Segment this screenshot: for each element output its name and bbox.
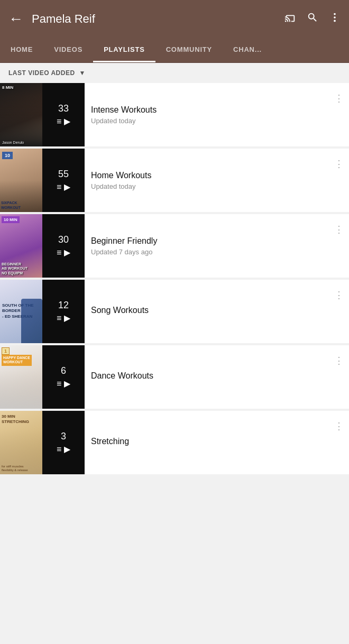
tab-videos[interactable]: VIDEOS — [43, 38, 93, 62]
page-title: Pamela Reif — [32, 12, 284, 26]
playlist-title: Song Workouts — [91, 306, 325, 315]
playlist-more-button[interactable]: ⋮ — [329, 283, 349, 307]
playlist-updated: Updated today — [91, 117, 325, 125]
more-icon[interactable] — [329, 12, 341, 26]
playlist-count: 33 — [58, 103, 69, 114]
playlist-count: 55 — [58, 169, 69, 180]
playlist-count: 6 — [61, 365, 66, 376]
playlist-title: Stretching — [91, 437, 325, 446]
playlist-count: 3 — [61, 431, 66, 442]
playlist-more-button[interactable]: ⋮ — [329, 152, 349, 176]
nav-tabs: HOME VIDEOS PLAYLISTS COMMUNITY CHAN... — [0, 38, 349, 63]
search-icon[interactable] — [307, 12, 318, 26]
playlist-play-icon: ≡ ▶ — [57, 444, 70, 454]
thumb-overlay-5: 6 ≡ ▶ — [42, 345, 85, 409]
playlist-play-icon: ≡ ▶ — [57, 247, 70, 257]
playlist-title: Beginner Friendly — [91, 236, 325, 246]
playlist-play-icon: ≡ ▶ — [57, 313, 70, 323]
playlist-thumbnail: 30 MINSTRETCHING for stiff musclesflexib… — [0, 411, 85, 474]
playlist-updated: Updated 7 days ago — [91, 248, 325, 256]
playlist-play-icon: ≡ ▶ — [57, 182, 70, 192]
thumb-overlay-1: 33 ≡ ▶ — [42, 83, 85, 146]
thumb-left-2: 10 SIXPACKWORKOUT — [0, 149, 42, 212]
playlist-thumbnail: 8 MIN Jason Derulo 33 ≡ ▶ — [0, 83, 85, 146]
playlist-thumbnail: SOUTH OF THEBORDER- ED SHEERAN 12 ≡ ▶ — [0, 280, 85, 343]
back-button[interactable]: ← — [8, 11, 23, 27]
playlist-thumbnail: 10 SIXPACKWORKOUT 55 ≡ ▶ — [0, 149, 85, 212]
svg-point-0 — [334, 13, 336, 15]
playlist-title: Intense Workouts — [91, 105, 325, 115]
sort-label: LAST VIDEO ADDED — [8, 69, 75, 77]
thumb-left-6: 30 MINSTRETCHING for stiff musclesflexib… — [0, 411, 42, 474]
playlist-play-icon: ≡ ▶ — [57, 116, 70, 126]
thumb-left-4: SOUTH OF THEBORDER- ED SHEERAN — [0, 280, 42, 343]
playlist-updated: Updated today — [91, 182, 325, 190]
svg-point-2 — [334, 20, 336, 22]
tab-home[interactable]: HOME — [0, 38, 43, 62]
playlist-more-button[interactable]: ⋮ — [329, 414, 349, 438]
playlist-info: Stretching — [85, 430, 329, 455]
thumb-left-1: 8 MIN Jason Derulo — [0, 83, 42, 146]
playlist-info: Beginner Friendly Updated 7 days ago — [85, 230, 329, 262]
thumb-overlay-3: 30 ≡ ▶ — [42, 214, 85, 278]
thumb-left-3: 10 MIN BEGINNERAB WORKOUTNO EQUIPM — [0, 214, 42, 278]
playlist-info: Dance Workouts — [85, 365, 329, 389]
playlist-info: Intense Workouts Updated today — [85, 99, 329, 131]
header-actions — [284, 12, 341, 26]
playlist-count: 30 — [58, 234, 69, 245]
tab-channel[interactable]: CHAN... — [223, 38, 272, 62]
playlist-info: Song Workouts — [85, 299, 329, 324]
list-item[interactable]: 10 MIN BEGINNERAB WORKOUTNO EQUIPM 30 ≡ … — [0, 214, 349, 278]
playlist-info: Home Workouts Updated today — [85, 164, 329, 197]
playlist-count: 12 — [58, 300, 69, 311]
thumb-overlay-4: 12 ≡ ▶ — [42, 280, 85, 343]
playlist-thumbnail: 1 HAPPY DANCEWORKOUT 6 ≡ ▶ — [0, 345, 85, 409]
header: ← Pamela Reif — [0, 0, 349, 38]
playlist-more-button[interactable]: ⋮ — [329, 86, 349, 111]
playlist-thumbnail: 10 MIN BEGINNERAB WORKOUTNO EQUIPM 30 ≡ … — [0, 214, 85, 278]
tab-community[interactable]: COMMUNITY — [155, 38, 223, 62]
thumb-overlay-6: 3 ≡ ▶ — [42, 411, 85, 474]
list-item[interactable]: 8 MIN Jason Derulo 33 ≡ ▶ Intense Workou… — [0, 83, 349, 146]
list-item[interactable]: SOUTH OF THEBORDER- ED SHEERAN 12 ≡ ▶ So… — [0, 280, 349, 343]
svg-point-1 — [334, 16, 336, 19]
sort-chevron-icon: ▼ — [79, 69, 86, 77]
thumb-overlay-2: 55 ≡ ▶ — [42, 149, 85, 212]
playlist-title: Home Workouts — [91, 171, 325, 180]
playlist-more-button[interactable]: ⋮ — [329, 348, 349, 373]
playlist-list: 8 MIN Jason Derulo 33 ≡ ▶ Intense Workou… — [0, 83, 349, 474]
list-item[interactable]: 10 SIXPACKWORKOUT 55 ≡ ▶ Home Workouts U… — [0, 149, 349, 212]
sort-bar[interactable]: LAST VIDEO ADDED ▼ — [0, 63, 349, 83]
list-item[interactable]: 1 HAPPY DANCEWORKOUT 6 ≡ ▶ Dance Workout… — [0, 345, 349, 409]
playlist-play-icon: ≡ ▶ — [57, 379, 70, 389]
playlist-more-button[interactable]: ⋮ — [329, 217, 349, 242]
list-item[interactable]: 30 MINSTRETCHING for stiff musclesflexib… — [0, 411, 349, 474]
playlist-title: Dance Workouts — [91, 371, 325, 381]
cast-icon[interactable] — [284, 12, 296, 26]
thumb-left-5: 1 HAPPY DANCEWORKOUT — [0, 345, 42, 409]
tab-playlists[interactable]: PLAYLISTS — [93, 38, 155, 62]
